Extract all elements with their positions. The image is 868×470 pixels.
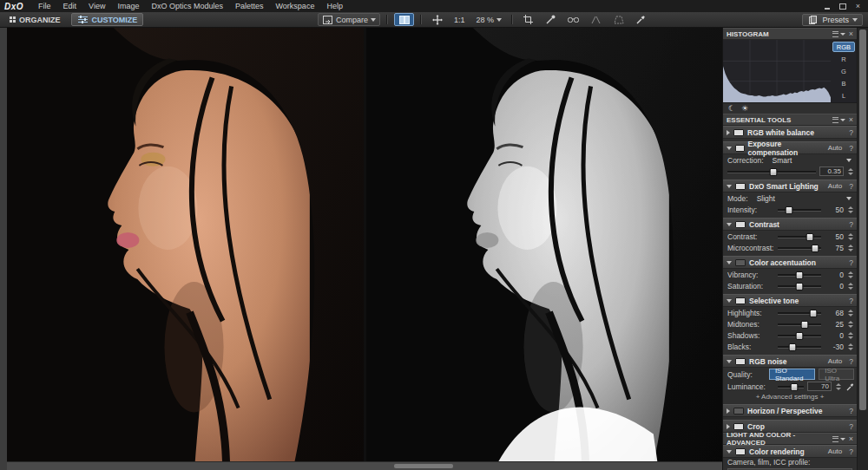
minimize-button[interactable] [821,2,832,10]
value-stepper[interactable] [835,383,842,390]
tab-customize[interactable]: CUSTOMIZE [71,13,144,26]
value-stepper[interactable] [847,332,854,339]
pan-tool-button[interactable] [428,14,446,25]
help-button[interactable]: ? [849,220,853,229]
compare-button[interactable]: Compare [318,13,380,26]
help-button[interactable]: ? [849,447,853,456]
palette-close-button[interactable]: × [849,30,853,38]
advanced-settings-link[interactable]: + Advanced settings + [723,392,857,401]
help-button[interactable]: ? [849,407,853,415]
sidebar-scrollbar[interactable] [857,28,868,470]
panel-header[interactable]: Contrast ? [723,218,857,231]
menu-dxo-optics-modules[interactable]: DxO Optics Modules [145,0,229,12]
luminance-slider[interactable] [778,382,804,390]
collapse-icon[interactable] [727,185,732,188]
channel-r-button[interactable]: R [832,54,855,64]
presets-button[interactable]: Presets [802,14,863,26]
auto-button[interactable]: Auto [828,182,842,190]
side-by-side-view-button[interactable] [394,13,414,26]
zoom-1to1-button[interactable]: 1:1 [450,14,469,25]
vibrancy-slider[interactable] [778,271,821,278]
menu-edit[interactable]: Edit [57,0,83,12]
panel-header[interactable]: Color rendering Auto ? [723,445,857,458]
channel-g-button[interactable]: G [832,66,855,76]
slider-thumb[interactable] [806,233,813,241]
slider-thumb[interactable] [796,271,804,279]
slider-thumb[interactable] [811,245,819,252]
correction-dropdown[interactable]: Correction: Smart [723,154,857,166]
auto-button[interactable]: Auto [828,447,842,455]
collapse-icon[interactable] [727,147,732,150]
enable-toggle[interactable] [735,221,746,228]
zoom-level-dropdown[interactable]: 28 % [473,14,506,25]
slider-thumb[interactable] [796,283,804,290]
menu-view[interactable]: View [82,0,111,12]
blacks-slider[interactable] [778,343,821,350]
luminance-value[interactable]: 70 [807,382,832,391]
shadow-clipping-moon-icon[interactable]: ☾ [728,104,735,113]
auto-button[interactable]: Auto [828,357,842,365]
expand-icon[interactable] [727,130,730,135]
photo-black-white[interactable] [366,28,723,462]
collapse-icon[interactable] [727,223,732,226]
help-button[interactable]: ? [849,422,853,431]
value-stepper[interactable] [847,343,854,350]
auto-button[interactable]: Auto [828,144,842,152]
microcontrast-slider[interactable] [778,244,821,251]
horizontal-scrollbar-thumb[interactable] [394,464,453,468]
dust-removal-tool-button[interactable] [542,14,560,25]
slider-thumb[interactable] [790,383,798,391]
horizontal-scrollbar[interactable] [7,461,723,470]
menu-palettes[interactable]: Palettes [229,0,270,12]
help-button[interactable]: ? [849,128,853,137]
enable-toggle[interactable] [735,145,745,152]
value-stepper[interactable] [847,283,854,290]
midtones-slider[interactable] [778,320,821,328]
crop-tool-button[interactable] [519,14,537,25]
palette-close-button[interactable]: × [849,435,853,443]
help-button[interactable]: ? [849,182,853,191]
slider-thumb[interactable] [796,332,804,340]
enable-toggle[interactable] [735,448,746,455]
intensity-slider[interactable] [778,206,821,213]
menu-file[interactable]: File [32,0,57,12]
contrast-slider[interactable] [778,232,821,240]
close-button[interactable]: × [852,2,864,10]
value-stepper[interactable] [847,245,854,251]
photo-color[interactable] [7,28,364,462]
panel-header[interactable]: Color accentuation ? [723,256,857,269]
shadows-slider[interactable] [778,331,821,339]
exposure-slider[interactable] [727,167,816,175]
value-stepper[interactable] [847,321,854,328]
mode-dropdown[interactable]: Mode: Slight [723,193,857,204]
white-balance-picker-button[interactable] [632,14,650,25]
red-eye-tool-button[interactable] [564,14,582,25]
enable-toggle[interactable] [733,129,744,136]
panel-header[interactable]: Selective tone ? [723,294,857,307]
collapse-icon[interactable] [727,450,732,454]
menu-workspace[interactable]: Workspace [270,0,321,12]
palette-close-button[interactable]: × [849,116,853,124]
expand-icon[interactable] [727,408,730,414]
channel-b-button[interactable]: B [832,78,855,88]
value-stepper[interactable] [847,233,854,240]
slider-thumb[interactable] [788,343,796,351]
enable-toggle[interactable] [735,358,746,365]
perspective-tool-button[interactable] [609,14,628,25]
collapse-icon[interactable] [727,299,732,303]
enable-toggle[interactable] [733,423,744,430]
panel-header[interactable]: RGB white balance ? [723,126,857,139]
panel-header[interactable]: DxO Smart Lighting Auto ? [723,180,857,193]
panel-header[interactable]: Horizon / Perspective ? [723,404,857,417]
menu-help[interactable]: Help [320,0,349,12]
slider-thumb[interactable] [770,168,778,176]
exposure-value[interactable]: 0.35 [819,166,844,176]
palette-menu-button[interactable] [832,436,845,442]
help-button[interactable]: ? [849,144,853,153]
menu-image[interactable]: Image [111,0,145,12]
saturation-slider[interactable] [778,282,821,290]
slider-thumb[interactable] [810,310,818,317]
enable-toggle[interactable] [735,297,746,304]
channel-l-button[interactable]: L [832,90,855,101]
noise-picker-eyedropper-icon[interactable] [845,382,854,391]
